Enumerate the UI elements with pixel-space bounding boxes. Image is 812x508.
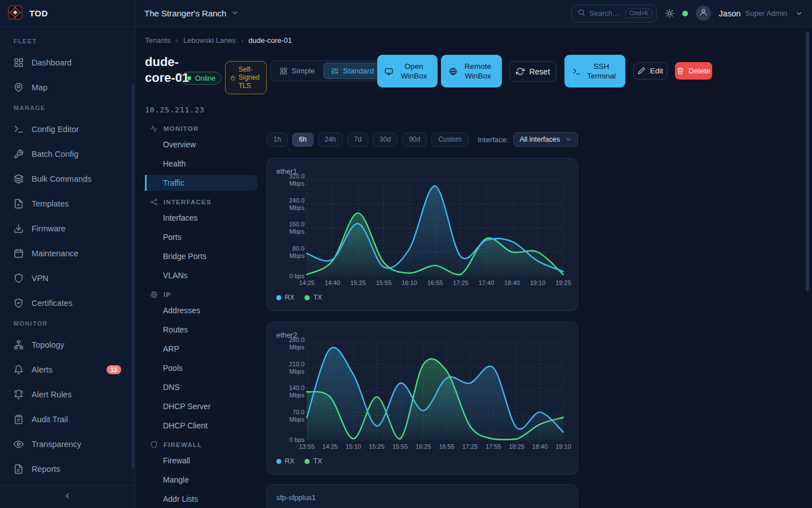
sidebar-item-label: Batch Config <box>32 150 78 159</box>
sidebar-item-label: Transparency <box>32 440 81 449</box>
sidebar-item-map[interactable]: Map <box>5 77 130 98</box>
x-axis-tick-label: 19:10 <box>555 443 571 450</box>
sidebar-collapse-button[interactable] <box>0 485 135 508</box>
sidebar-item-topology[interactable]: Topology <box>5 335 130 355</box>
subnav-group-label: MONITOR <box>164 125 199 132</box>
x-axis-tick-label: 14:40 <box>325 279 341 286</box>
x-axis-tick-label: 16:10 <box>401 279 417 286</box>
subnav-item-health[interactable]: Health <box>145 156 258 172</box>
subnav-item-ports[interactable]: Ports <box>145 229 258 245</box>
y-axis-tick-label: 280.0Mbps <box>275 336 304 351</box>
subnav-item-overview[interactable]: Overview <box>145 137 258 152</box>
y-axis-tick-label: 80.0Mbps <box>275 245 304 260</box>
x-axis-tick-label: 14:25 <box>323 443 338 450</box>
sidebar-item-certificates[interactable]: Certificates <box>5 293 130 313</box>
subnav-item-mangle[interactable]: Mangle <box>145 472 258 488</box>
sidebar-item-batch-config[interactable]: Batch Config <box>5 144 130 164</box>
sidebar: FLEET Dashboard Map MANAGE Config Editor… <box>0 28 135 508</box>
subnav-item-routes[interactable]: Routes <box>145 322 258 338</box>
activity-icon <box>150 125 158 133</box>
subnav-item-pools[interactable]: Pools <box>145 360 258 376</box>
interface-select[interactable]: All interfaces <box>513 132 578 147</box>
subnav-group-interfaces: INTERFACES <box>145 194 258 210</box>
sidebar-item-alerts[interactable]: Alerts 13 <box>5 360 130 380</box>
subnav-item-interfaces[interactable]: Interfaces <box>145 210 258 226</box>
search-input[interactable] <box>589 9 621 17</box>
x-axis: 14:2514:4015:2515:5516:1016:5517:2517:40… <box>307 279 563 287</box>
subnav-item-firewall[interactable]: Firewall <box>145 453 258 468</box>
mode-toggle-standard[interactable]: Standard <box>323 63 382 79</box>
time-range-custom[interactable]: Custom <box>431 133 468 147</box>
button-label: Reset <box>529 67 550 76</box>
x-axis-tick-label: 17:40 <box>479 279 495 286</box>
y-axis-tick-label: 160.0Mbps <box>275 221 304 235</box>
layers-icon <box>14 174 24 184</box>
sidebar-item-firmware[interactable]: Firmware <box>5 218 130 239</box>
sliders-icon <box>331 67 339 75</box>
subnav-item-arp[interactable]: ARP <box>145 341 258 357</box>
interface-filter-label: Interface: <box>478 135 508 144</box>
y-axis-tick-label: 210.0Mbps <box>275 361 304 375</box>
subnav-item-dhcp-client[interactable]: DHCP Client <box>145 418 258 433</box>
chevron-left-icon <box>63 492 72 502</box>
time-range-90d[interactable]: 90d <box>402 133 427 147</box>
shield-outline-icon <box>150 441 158 449</box>
subnav-item-addresses[interactable]: Addresses <box>145 303 258 318</box>
sidebar-nav: FLEET Dashboard Map MANAGE Config Editor… <box>0 28 135 485</box>
sidebar-item-templates[interactable]: Templates <box>5 194 130 214</box>
subnav-item-dhcp-server[interactable]: DHCP Server <box>145 398 258 414</box>
time-range-6h[interactable]: 6h <box>292 133 313 147</box>
sidebar-item-vpn[interactable]: VPN <box>5 268 130 288</box>
legend-item-tx: TX <box>304 294 322 301</box>
sidebar-item-label: Config Editor <box>32 125 79 134</box>
user-role: Super Admin <box>745 9 787 17</box>
sidebar-scrollbar[interactable] <box>131 85 134 468</box>
remote-winbox-button[interactable]: Remote WinBox <box>441 55 502 87</box>
time-range-24h[interactable]: 24h <box>318 133 343 147</box>
button-label: Remote WinBox <box>462 62 495 81</box>
time-range-7d[interactable]: 7d <box>347 133 368 147</box>
global-search[interactable]: Cmd+K <box>571 5 657 23</box>
search-shortcut-kbd: Cmd+K <box>625 8 652 18</box>
reset-button[interactable]: Reset <box>509 61 557 82</box>
subnav-item-bridge-ports[interactable]: Bridge Ports <box>145 248 258 264</box>
x-axis-tick-label: 16:25 <box>416 443 431 450</box>
x-axis-tick-label: 15:25 <box>350 279 366 286</box>
search-icon <box>577 8 585 19</box>
subnav-item-traffic[interactable]: Traffic <box>145 175 258 191</box>
avatar[interactable] <box>696 6 711 21</box>
x-axis-tick-label: 18:40 <box>532 443 548 450</box>
subnav-item-addr-lists[interactable]: Addr Lists <box>145 491 258 507</box>
ssh-terminal-button[interactable]: SSH Terminal <box>564 55 625 87</box>
sidebar-item-label: Firmware <box>32 224 65 233</box>
legend-item-rx: RX <box>276 457 294 465</box>
theme-toggle-sun-icon[interactable] <box>665 8 674 18</box>
online-dot <box>187 76 191 80</box>
mode-toggle-simple[interactable]: Simple <box>272 63 322 79</box>
breadcrumb: Tenants › Lebowski Lanes › dude-core-01 <box>145 36 292 45</box>
subnav-item-vlans[interactable]: VLANs <box>145 268 258 283</box>
tenant-selector[interactable]: The Stranger's Ranch <box>144 8 239 19</box>
main-scrollbar[interactable] <box>806 32 809 291</box>
open-winbox-button[interactable]: Open WinBox <box>377 55 438 87</box>
button-label: Edit <box>650 67 663 75</box>
sidebar-item-dashboard[interactable]: Dashboard <box>5 52 130 73</box>
sidebar-item-reports[interactable]: Reports <box>5 459 130 479</box>
sidebar-item-config-editor[interactable]: Config Editor <box>5 119 130 139</box>
sidebar-item-alert-rules[interactable]: Alert Rules <box>5 384 130 405</box>
breadcrumb-tenants[interactable]: Tenants <box>145 36 171 45</box>
sidebar-item-maintenance[interactable]: Maintenance <box>5 243 130 264</box>
breadcrumb-tenant[interactable]: Lebowski Lanes <box>183 36 236 45</box>
time-range-1h[interactable]: 1h <box>267 133 288 147</box>
sidebar-item-audit-trail[interactable]: Audit Trail <box>5 409 130 430</box>
delete-button[interactable]: Delete <box>675 62 712 80</box>
sidebar-item-bulk-commands[interactable]: Bulk Commands <box>5 169 130 189</box>
tod-logo-icon <box>8 5 23 22</box>
breadcrumb-separator: › <box>176 36 178 45</box>
terminal-prompt-icon <box>572 67 581 76</box>
time-range-30d[interactable]: 30d <box>373 133 398 147</box>
user-menu-chevron-icon[interactable] <box>795 10 803 17</box>
subnav-item-dns[interactable]: DNS <box>145 379 258 395</box>
edit-button[interactable]: Edit <box>633 62 668 80</box>
sidebar-item-transparency[interactable]: Transparency <box>5 434 130 454</box>
